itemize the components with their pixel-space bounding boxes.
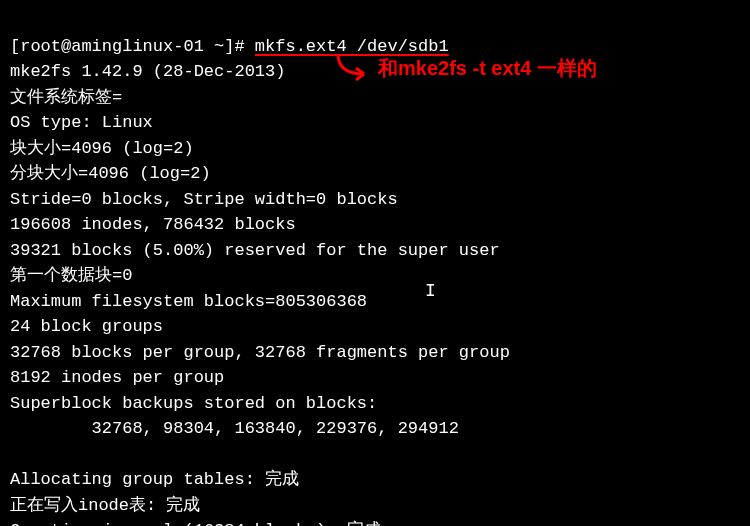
output-line: Superblock backups stored on blocks: xyxy=(10,394,377,413)
output-line: Maximum filesystem blocks=805306368 xyxy=(10,292,367,311)
output-line: mke2fs 1.42.9 (28-Dec-2013) xyxy=(10,62,285,81)
annotation-note: 和mke2fs -t ext4 一样的 xyxy=(330,52,597,84)
output-line: 块大小=4096 (log=2) xyxy=(10,139,194,158)
output-line: 文件系统标签= xyxy=(10,88,122,107)
output-line: Allocating group tables: 完成 xyxy=(10,470,299,489)
output-line: 32768 blocks per group, 32768 fragments … xyxy=(10,343,510,362)
annotation-text: 和mke2fs -t ext4 一样的 xyxy=(378,53,597,83)
output-line: 39321 blocks (5.00%) reserved for the su… xyxy=(10,241,500,260)
output-line: 分块大小=4096 (log=2) xyxy=(10,164,211,183)
shell-prompt: [root@aminglinux-01 ~]# xyxy=(10,37,255,56)
output-line: 196608 inodes, 786432 blocks xyxy=(10,215,296,234)
output-line: 正在写入inode表: 完成 xyxy=(10,496,200,515)
arrow-icon xyxy=(330,52,374,84)
output-line: Creating journal (16384 blocks): 完成 xyxy=(10,521,381,526)
output-line: 8192 inodes per group xyxy=(10,368,224,387)
text-cursor-icon: I xyxy=(425,278,436,305)
output-line: 第一个数据块=0 xyxy=(10,266,132,285)
output-line: OS type: Linux xyxy=(10,113,153,132)
output-line: Stride=0 blocks, Stripe width=0 blocks xyxy=(10,190,398,209)
output-line: 24 block groups xyxy=(10,317,163,336)
terminal-output: [root@aminglinux-01 ~]# mkfs.ext4 /dev/s… xyxy=(10,8,740,526)
output-line: 32768, 98304, 163840, 229376, 294912 xyxy=(10,419,459,438)
